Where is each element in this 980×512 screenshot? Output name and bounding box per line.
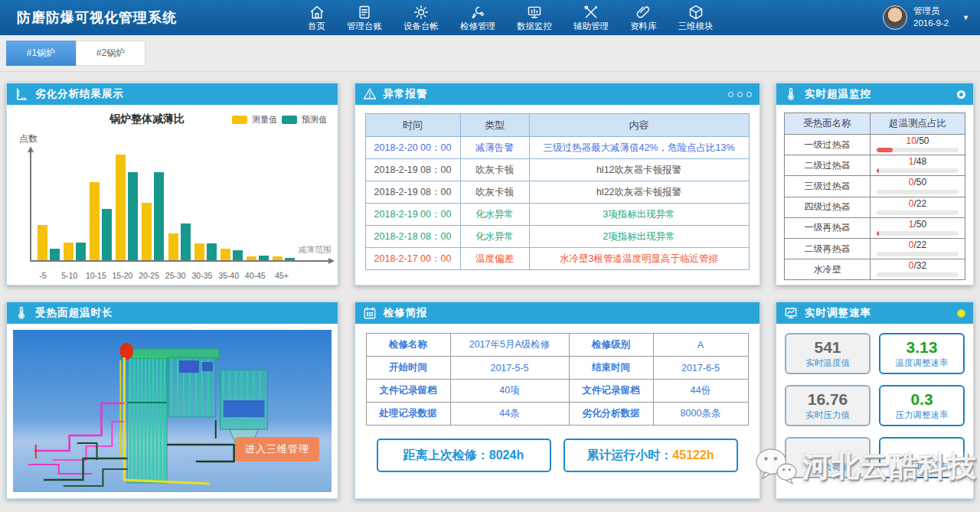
panel-alarms: 异常报警 时间类型内容 2018-2-20 00：00 减薄告警 三级过热器最大… <box>354 83 760 285</box>
surface-name: 二级再热器 <box>785 238 871 259</box>
chart-legend: 测量值 预测值 <box>232 114 327 126</box>
maintenance-value: 40项 <box>450 380 569 403</box>
surface-name: 二级过热器 <box>785 155 871 176</box>
nav-item-label: 设备台帐 <box>403 21 439 32</box>
legend-swatch-measured <box>232 116 247 124</box>
enter-3d-management-button[interactable]: 进入三维管理 <box>235 437 319 461</box>
gear-icon <box>413 5 429 20</box>
calendar-icon <box>363 306 377 320</box>
nav-menu: 首页 管理台账 设备台帐 检修管理 数据监控 辅助管理 资料库 三维模块 <box>297 0 724 35</box>
rate-value: 0.3 <box>910 390 933 409</box>
maintenance-label: 检修名称 <box>366 334 450 357</box>
ratio-progressbar <box>877 168 959 173</box>
surface-name: 三级过热器 <box>785 176 871 197</box>
app-title: 防磨防爆可视化管理系统 <box>17 8 177 27</box>
maintenance-label: 文件记录留档 <box>569 380 653 403</box>
maintenance-row: 处理记录数据 44条劣化分析数据 8000条条 <box>366 403 748 426</box>
warning-icon <box>363 87 377 101</box>
boiler-tabbar: #1锅炉#2锅炉 <box>0 35 980 72</box>
panel-duration3d-title: 受热面超温时长 <box>35 306 113 320</box>
overtemp-row: 一级再热器 1/50 <box>785 217 965 238</box>
nav-item-3[interactable]: 设备台帐 <box>393 0 449 35</box>
maintenance-label: 处理记录数据 <box>366 403 450 426</box>
counter-since-last-overhaul[interactable]: 距离上次检修：8024h <box>377 439 551 472</box>
maintenance-value: 2017年5月A级检修 <box>450 334 569 357</box>
bar-group-10-15 <box>90 182 112 260</box>
overtemp-table: 受热面名称超温测点占比 一级过热器 10/50 二级过热器 1/48 三级过热器… <box>784 113 965 280</box>
nav-item-5[interactable]: 数据监控 <box>506 0 563 35</box>
alarm-row[interactable]: 2018-2-17 00：00 温度偏差 水冷壁3根管道温度明显高于临近管排 <box>365 248 749 270</box>
maintenance-value: 2017-5-5 <box>450 357 569 380</box>
nav-item-1[interactable]: 首页 <box>297 0 336 35</box>
rate-card-温度调整速率: 3.13 温度调整速率 <box>879 333 965 374</box>
bar-group-45+ <box>273 256 295 260</box>
legend-label-predicted: 预测值 <box>302 114 327 126</box>
cube-icon <box>688 5 704 20</box>
bar-测量值-25-30 <box>168 233 178 260</box>
bar-预测值-25-30 <box>181 223 191 260</box>
x-axis-label: 减薄范围 <box>298 244 332 256</box>
ratio-progressbar <box>877 148 959 152</box>
alarms-table: 时间类型内容 2018-2-20 00：00 减薄告警 三级过热器最大减薄值42… <box>365 113 750 270</box>
rate-card-压力调整速率: 0.3 压力调整速率 <box>879 385 965 426</box>
alarm-row[interactable]: 2018-2-19 00：00 化水异常 3项指标出现异常 <box>365 204 749 226</box>
panel-rates: 实时调整速率 541 实时温度值 3.13 温度调整速率 16.76 实时压力值… <box>776 302 974 499</box>
nav-item-7[interactable]: 资料库 <box>619 0 668 35</box>
maintenance-row: 文件记录留档 40项文件记录留档 44份 <box>366 380 748 403</box>
chevron-down-icon[interactable]: ▼ <box>962 14 969 21</box>
maintenance-label: 文件记录留档 <box>366 380 450 403</box>
ratio-progressbar <box>877 272 959 277</box>
maintenance-value: 44份 <box>653 380 748 403</box>
chart-title: 锅炉整体减薄比 <box>109 113 185 126</box>
nav-item-label: 首页 <box>308 21 325 32</box>
bar-group--5 <box>38 225 60 260</box>
rate-label: 实时负荷值 <box>805 461 850 473</box>
rate-value: 3.13 <box>906 338 938 357</box>
panel-degradation: 劣化分析结果展示 锅炉整体减薄比 测量值 预测值 点数 <box>6 83 338 285</box>
thermometer-icon <box>15 306 28 320</box>
rate-label: 温度调整速率 <box>896 357 949 369</box>
nav-item-6[interactable]: 辅助管理 <box>563 0 619 35</box>
bar-预测值-45+ <box>285 258 295 260</box>
user-avatar[interactable] <box>883 5 907 30</box>
bar-测量值-20-25 <box>142 203 152 260</box>
ratio-progressbar <box>877 190 959 194</box>
alarm-row[interactable]: 2018-2-19 08：00 吹灰卡顿 hl12吹灰器卡顿报警 <box>365 159 749 181</box>
rate-card-实时压力值: 16.76 实时压力值 <box>785 385 871 426</box>
bar-测量值-10-15 <box>90 182 100 260</box>
tab-boiler-2[interactable]: #2锅炉 <box>76 41 145 66</box>
chart-plot-area: 减薄范围 <box>30 152 328 262</box>
nav-item-8[interactable]: 三维模块 <box>668 0 724 35</box>
ratio-progressbar <box>877 252 959 256</box>
nav-item-label: 数据监控 <box>517 21 552 32</box>
bar-测量值-40-45 <box>247 256 256 260</box>
user-box[interactable]: 管理员 2016-9-2 ▼ <box>883 0 969 35</box>
rate-card-实时负荷值: 实时负荷值 <box>785 437 871 478</box>
nav-item-4[interactable]: 检修管理 <box>449 0 506 35</box>
alarm-row[interactable]: 2018-2-20 00：00 减薄告警 三级过热器最大减薄值42%，危险点占比… <box>365 137 749 159</box>
counter-total-run-hours[interactable]: 累计运行小时：45122h <box>564 439 738 472</box>
alarms-options-dots[interactable] <box>728 92 752 97</box>
nav-item-label: 辅助管理 <box>573 21 609 32</box>
nav-item-2[interactable]: 管理台账 <box>336 0 393 35</box>
alarm-row[interactable]: 2018-2-19 08：00 吹灰卡顿 hl22吹灰器卡顿报警 <box>365 181 749 204</box>
user-name: 管理员 <box>913 5 949 18</box>
maintenance-label: 结束时间 <box>569 357 653 380</box>
alarms-col-header: 类型 <box>460 114 529 137</box>
overtemp-col-header: 受热面名称 <box>785 113 871 135</box>
overtemp-ratio: 1/48 <box>871 155 965 176</box>
nav-item-label: 检修管理 <box>460 21 495 32</box>
maintenance-row: 检修名称 2017年5月A级检修检修级别 A <box>366 334 748 357</box>
boiler-3d-view[interactable]: 进入三维管理 <box>13 330 332 492</box>
overtemp-row: 二级再热器 0/22 <box>785 238 965 259</box>
tab-boiler-1[interactable]: #1锅炉 <box>6 41 76 66</box>
surface-name: 四级过热器 <box>785 197 871 217</box>
ratio-progressbar <box>877 210 959 215</box>
overtemp-col-header: 超温测点占比 <box>871 113 965 135</box>
alarm-row[interactable]: 2018-2-18 08：00 化水异常 2项指标出现异常 <box>365 226 749 248</box>
overtemp-row: 一级过热器 10/50 <box>785 135 965 155</box>
overtemp-row: 四级过热器 0/22 <box>785 197 965 217</box>
ratio-progressbar <box>877 231 959 236</box>
bar-预测值--5 <box>50 249 60 260</box>
status-ring-indicator <box>957 90 965 99</box>
